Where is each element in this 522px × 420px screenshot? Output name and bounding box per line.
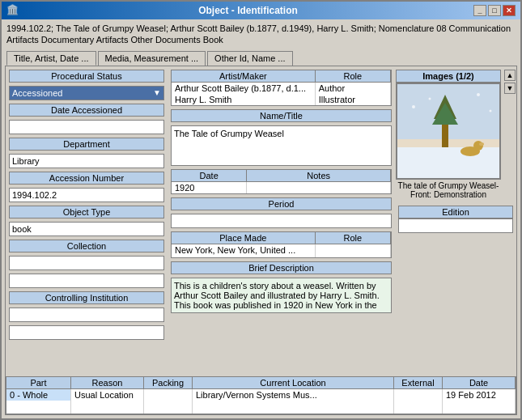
- empty-location: [193, 401, 394, 414]
- department-label: Department: [9, 138, 164, 151]
- svg-point-11: [477, 93, 480, 96]
- date-notes-table: Date Notes 1920: [171, 169, 392, 194]
- date-notes-header: Date Notes: [172, 170, 391, 182]
- notes-value: [247, 182, 391, 193]
- window-icon: 🏛️: [6, 4, 19, 17]
- svg-point-8: [479, 142, 484, 146]
- packing-column-header: Packing: [144, 377, 193, 388]
- edition-label: Edition: [398, 206, 513, 218]
- brief-description-label: Brief Description: [171, 261, 392, 274]
- current-location-column-header: Current Location: [193, 377, 394, 388]
- role-column-header: Role: [316, 70, 391, 83]
- dropdown-arrow-icon: ▼: [153, 88, 161, 97]
- period-value: [171, 214, 392, 228]
- minimize-button[interactable]: _: [473, 5, 486, 16]
- tab-media-measurement[interactable]: Media, Measurement ...: [98, 51, 206, 66]
- book-image: [397, 83, 499, 180]
- reason-column-header: Reason: [71, 377, 144, 388]
- procedural-status-value: Accessioned: [12, 88, 62, 98]
- place-made-role-column-header: Role: [316, 232, 391, 244]
- tab-other-id-name[interactable]: Other Id, Name ...: [207, 51, 292, 66]
- right-panel: Images (1/2): [395, 66, 516, 376]
- main-window: 🏛️ Object - Identification _ □ ✕ 1994.10…: [0, 0, 522, 420]
- place-made-header: Place Made Role: [172, 232, 391, 244]
- date-accessioned-input[interactable]: [9, 120, 164, 134]
- empty-part: [6, 401, 71, 414]
- artist-role-1: Author: [316, 83, 391, 94]
- object-type-label: Object Type: [9, 206, 164, 218]
- place-made-role-value2: [316, 256, 391, 257]
- title-bar-controls: _ □ ✕: [473, 5, 516, 16]
- scroll-arrows: ▲ ▼: [504, 70, 516, 94]
- object-type-value: book: [9, 222, 164, 236]
- place-made-row-2: [172, 256, 391, 257]
- date-notes-row: 1920: [172, 182, 391, 193]
- svg-rect-2: [397, 147, 499, 180]
- image-caption: The tale of Grumpy Weasel- Front: Demons…: [396, 181, 501, 199]
- empty-reason: [71, 401, 144, 414]
- artist-maker-table: Artist/Maker Role Arthur Scott Bailey (b…: [171, 70, 392, 106]
- close-button[interactable]: ✕: [503, 5, 516, 16]
- svg-point-7: [473, 141, 483, 151]
- artist-name-1: Arthur Scott Bailey (b.1877, d.1...: [172, 83, 316, 94]
- edition-section: Edition: [398, 206, 513, 233]
- breadcrumb: 1994.102.2; The Tale of Grumpy Weasel; A…: [2, 19, 520, 49]
- table-row-empty: [6, 401, 516, 414]
- current-location-value: Library/Vernon Systems Mus...: [193, 389, 394, 401]
- artist-row-2: Harry L. Smith Illustrator: [172, 94, 391, 105]
- brief-description-value[interactable]: This is a children's story about a wease…: [171, 278, 392, 313]
- title-bar: 🏛️ Object - Identification _ □ ✕: [2, 2, 520, 19]
- procedural-status-label: Procedural Status: [9, 70, 164, 83]
- left-panel: Procedural Status Accessioned ▼ Date Acc…: [6, 66, 168, 376]
- svg-point-12: [490, 109, 492, 112]
- empty-external: [394, 401, 443, 414]
- date-column-header: Date: [172, 170, 247, 182]
- notes-column-header: Notes: [247, 170, 391, 182]
- tab-title-artist-date[interactable]: Title, Artist, Date ...: [6, 51, 96, 66]
- place-made-table: Place Made Role New York, New York, Unit…: [171, 231, 392, 258]
- table-row[interactable]: 0 - Whole Usual Location Library/Vernon …: [6, 389, 516, 401]
- department-value: Library: [9, 154, 164, 168]
- collection-label: Collection: [9, 240, 164, 252]
- place-made-column-header: Place Made: [172, 232, 316, 244]
- place-made-row: New York, New York, United ...: [172, 244, 391, 256]
- scroll-down-button[interactable]: ▼: [504, 83, 516, 94]
- reason-value: Usual Location: [71, 389, 144, 401]
- edition-value: [398, 218, 513, 233]
- controlling-institution-label: Controlling Institution: [9, 291, 164, 304]
- scroll-up-button[interactable]: ▲: [504, 70, 516, 81]
- accession-number-label: Accession Number: [9, 172, 164, 185]
- collection-value: [9, 256, 164, 270]
- name-title-label: Name/Title: [171, 109, 392, 122]
- artist-maker-column-header: Artist/Maker: [172, 70, 316, 83]
- window-title: Object - Identification: [23, 5, 473, 16]
- accession-number-value: 1994.102.2: [9, 188, 164, 202]
- images-label: Images (1/2): [396, 70, 501, 83]
- empty-packing: [144, 401, 193, 414]
- controlling-institution-value2: [9, 325, 164, 340]
- date-row-value: 19 Feb 2012: [443, 389, 516, 401]
- date-value: 1920: [172, 182, 247, 193]
- artist-role-2: Illustrator: [316, 94, 391, 105]
- name-title-value[interactable]: The Tale of Grumpy Weasel: [171, 125, 392, 166]
- date-column-header: Date: [443, 377, 516, 388]
- procedural-status-dropdown[interactable]: Accessioned ▼: [9, 86, 164, 100]
- tab-bar: Title, Artist, Date ... Media, Measureme…: [2, 49, 520, 66]
- svg-point-10: [429, 97, 431, 100]
- place-made-value: New York, New York, United ...: [172, 244, 316, 256]
- part-column-header: Part: [6, 377, 71, 388]
- external-column-header: External: [394, 377, 443, 388]
- empty-date: [443, 401, 516, 414]
- svg-point-9: [412, 105, 415, 108]
- content-area: Procedural Status Accessioned ▼ Date Acc…: [5, 66, 517, 415]
- maximize-button[interactable]: □: [488, 5, 501, 16]
- bottom-table: Part Reason Packing Current Location Ext…: [6, 376, 516, 414]
- packing-value: [144, 389, 193, 401]
- image-container[interactable]: [396, 83, 501, 180]
- main-area: Procedural Status Accessioned ▼ Date Acc…: [6, 66, 516, 376]
- date-accessioned-label: Date Accessioned: [9, 104, 164, 117]
- artist-maker-header: Artist/Maker Role: [172, 70, 391, 83]
- bottom-table-header: Part Reason Packing Current Location Ext…: [6, 377, 516, 389]
- external-value: [394, 389, 443, 401]
- part-value: 0 - Whole: [6, 389, 71, 401]
